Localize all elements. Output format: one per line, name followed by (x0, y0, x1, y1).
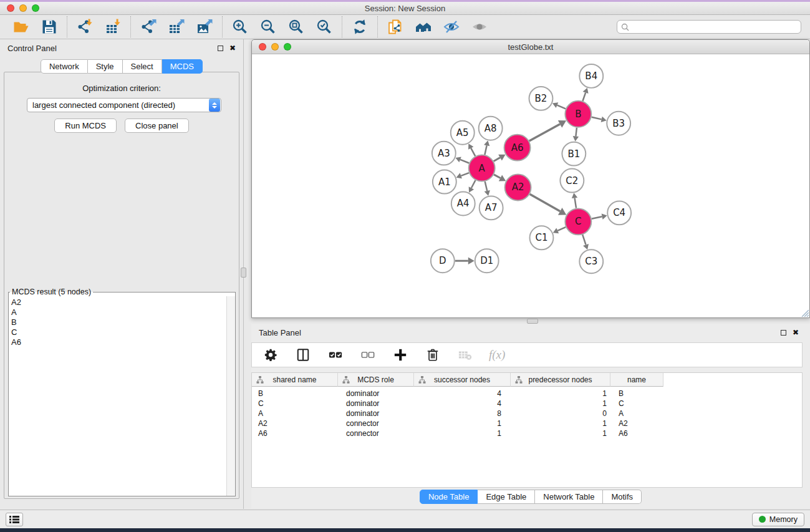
edge-A-A5[interactable] (471, 148, 475, 156)
edge-A-A6[interactable] (494, 158, 500, 162)
clone-network-icon[interactable] (387, 18, 404, 36)
mcds-result-item[interactable]: B (11, 317, 224, 327)
close-panel-icon[interactable]: ✖ (229, 46, 236, 51)
add-column-icon[interactable] (392, 346, 409, 364)
table-row[interactable]: A2connector11A2 (252, 418, 802, 428)
column-layout-icon[interactable] (294, 346, 312, 364)
refresh-layout-icon[interactable] (351, 18, 369, 36)
graph-node-B2[interactable] (529, 87, 553, 110)
graph-node-D[interactable] (431, 249, 455, 273)
graph-node-A4[interactable] (451, 191, 475, 215)
graph-node-B1[interactable] (562, 142, 586, 166)
graph-node-B4[interactable] (579, 64, 603, 88)
graph-node-A7[interactable] (480, 196, 503, 220)
edge-A-A3[interactable] (460, 160, 469, 163)
tab-motifs[interactable]: Motifs (603, 490, 642, 504)
graph-node-B3[interactable] (607, 112, 630, 135)
graph-node-A1[interactable] (433, 170, 456, 194)
edge-B-B1[interactable] (576, 128, 577, 137)
edge-A6-B[interactable] (529, 124, 560, 141)
edge-B-B2[interactable] (557, 105, 566, 109)
task-history-button[interactable] (6, 513, 23, 526)
hide-selected-icon[interactable] (443, 18, 460, 36)
mcds-result-item[interactable]: C (11, 327, 224, 337)
mcds-result-item[interactable]: A2 (11, 297, 224, 307)
column-header-name[interactable]: name (610, 373, 663, 387)
open-session-icon[interactable] (12, 18, 30, 36)
graph-node-B[interactable] (565, 101, 591, 127)
edge-C-C1[interactable] (557, 227, 566, 231)
graph-node-D1[interactable] (475, 249, 499, 273)
search-input[interactable] (632, 21, 797, 32)
column-header-mcds-role[interactable]: MCDS role (338, 373, 414, 387)
network-graph[interactable]: B4B2BB3A5A8A6A3B1AA1C2A2A4A7C4CC1C3DD1 (252, 55, 809, 317)
optimization-criterion-select[interactable]: largest connected component (directed) (27, 98, 221, 112)
network-window-titlebar[interactable]: testGlobe.txt (252, 40, 809, 54)
tab-network[interactable]: Network (41, 59, 88, 74)
graph-node-C[interactable] (565, 208, 591, 235)
tab-select[interactable]: Select (123, 59, 162, 74)
edge-A2-C[interactable] (530, 194, 561, 211)
vertical-splitter-handle[interactable] (241, 268, 246, 278)
export-network-icon[interactable] (140, 18, 157, 36)
edge-A-A8[interactable] (485, 145, 486, 155)
show-all-icon[interactable] (471, 18, 488, 36)
zoom-out-icon[interactable] (259, 18, 277, 36)
table-row[interactable]: Cdominator41C (252, 399, 802, 409)
edge-C-C4[interactable] (592, 216, 602, 219)
graph-node-A[interactable] (469, 155, 495, 181)
mcds-result-list[interactable]: A2ABCA6 (9, 296, 226, 496)
select-all-icon[interactable] (327, 346, 344, 364)
graph-node-C4[interactable] (607, 201, 631, 225)
delete-column-icon[interactable] (424, 346, 441, 364)
tab-node-table[interactable]: Node Table (420, 490, 478, 504)
zoom-selected-icon[interactable] (316, 18, 333, 36)
graph-node-C2[interactable] (560, 169, 584, 193)
graph-node-A8[interactable] (479, 117, 503, 140)
edge-A-A1[interactable] (461, 173, 469, 176)
edge-B-B4[interactable] (582, 93, 586, 101)
graph-node-C3[interactable] (579, 249, 603, 273)
tab-mcds[interactable]: MCDS (162, 59, 203, 74)
mcds-result-item[interactable]: A (11, 307, 224, 317)
memory-button[interactable]: Memory (752, 513, 804, 526)
edge-A-A4[interactable] (471, 180, 476, 188)
close-panel-button[interactable]: Close panel (125, 118, 189, 133)
float-panel-icon[interactable] (218, 46, 223, 51)
column-header-predecessor-nodes[interactable]: predecessor nodes (511, 373, 610, 387)
edge-B-B3[interactable] (592, 117, 602, 120)
table-row[interactable]: Bdominator41B (252, 389, 802, 399)
table-row[interactable]: A6connector11A6 (252, 428, 802, 438)
import-table-icon[interactable] (104, 18, 122, 36)
column-header-shared-name[interactable]: shared name (252, 373, 338, 387)
export-image-icon[interactable] (196, 18, 213, 36)
graph-node-C1[interactable] (530, 226, 554, 249)
column-header-successor-nodes[interactable]: successor nodes (414, 373, 511, 387)
home-icon[interactable] (415, 18, 432, 36)
deselect-all-icon[interactable] (359, 346, 377, 364)
graph-node-A2[interactable] (505, 175, 531, 201)
float-table-panel-icon[interactable] (781, 330, 786, 336)
export-table-icon[interactable] (168, 18, 185, 36)
horizontal-splitter-handle[interactable] (527, 319, 538, 324)
result-scrollbar[interactable] (226, 296, 235, 496)
import-network-icon[interactable] (76, 18, 94, 36)
resize-handle-icon[interactable] (801, 309, 809, 317)
tab-network-table[interactable]: Network Table (535, 490, 603, 504)
zoom-in-icon[interactable] (231, 18, 249, 36)
edge-A-A2[interactable] (494, 175, 500, 178)
save-session-icon[interactable] (41, 18, 58, 36)
mcds-result-item[interactable]: A6 (11, 337, 224, 347)
graph-node-A3[interactable] (432, 142, 456, 165)
edge-A-A7[interactable] (485, 181, 488, 191)
network-canvas[interactable]: B4B2BB3A5A8A6A3B1AA1C2A2A4A7C4CC1C3DD1 (252, 55, 809, 317)
run-mcds-button[interactable]: Run MCDS (54, 118, 117, 133)
tab-style[interactable]: Style (88, 59, 123, 74)
table-row[interactable]: Adominator80A (252, 409, 802, 418)
close-table-panel-icon[interactable]: ✖ (793, 330, 799, 336)
graph-node-A5[interactable] (451, 121, 475, 145)
zoom-fit-icon[interactable] (287, 18, 305, 36)
tab-edge-table[interactable]: Edge Table (478, 490, 535, 504)
settings-gear-icon[interactable] (262, 346, 279, 364)
edge-C-C3[interactable] (582, 235, 586, 244)
